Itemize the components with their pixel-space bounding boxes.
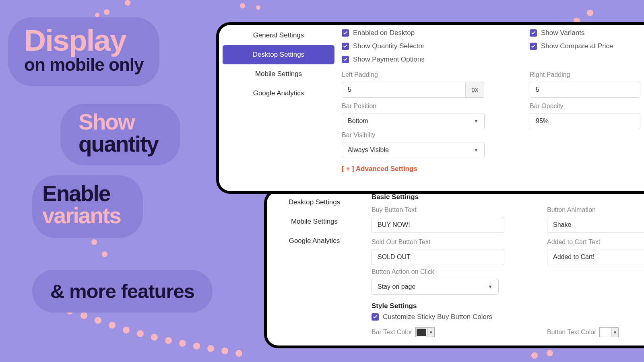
decorative-dot	[240, 3, 245, 8]
check-icon	[373, 315, 378, 319]
nav-mobile-settings[interactable]: Mobile Settings	[220, 64, 337, 84]
settings-panel-basic: Desktop Settings Mobile Settings Google …	[264, 189, 644, 348]
checkbox-show-quantity[interactable]	[342, 43, 349, 50]
decorative-dot	[587, 10, 593, 16]
label-sold-out-text: Sold Out Button Text	[372, 239, 547, 246]
select-bar-visibility[interactable]: Always Visible ▼	[342, 142, 485, 158]
input-left-padding[interactable]: 5	[342, 82, 466, 98]
decorative-dot	[137, 330, 144, 337]
chevron-down-icon: ▼	[427, 328, 434, 337]
checkbox-show-variants[interactable]	[530, 29, 537, 37]
checkbox-customize-colors[interactable]	[372, 313, 379, 321]
chevron-down-icon: ▼	[611, 328, 618, 337]
decorative-dot	[95, 13, 99, 17]
content-area: Enabled on Desktop Show Quantity Selecto…	[342, 25, 644, 173]
decorative-dot	[531, 352, 538, 359]
label-bar-opacity: Bar Opacity	[530, 103, 644, 110]
decorative-dot	[193, 343, 200, 350]
check-icon	[531, 31, 536, 35]
checkbox-label: Show Compare at Price	[541, 42, 613, 50]
section-title-style: Style Settings	[372, 302, 644, 310]
label-button-animation: Button Animation	[547, 206, 644, 214]
label-right-padding: Right Padding	[530, 71, 644, 78]
nav-mobile-settings[interactable]: Mobile Settings	[268, 212, 361, 231]
sidebar: General Settings Desktop Settings Mobile…	[220, 26, 337, 103]
input-sold-out-text[interactable]: SOLD OUT	[372, 249, 504, 265]
chevron-down-icon: ▼	[488, 284, 493, 290]
label-bar-text-color: Bar Text Color	[372, 329, 412, 336]
decorative-dot	[179, 340, 186, 347]
sidebar: Desktop Settings Mobile Settings Google …	[268, 193, 361, 251]
check-icon	[343, 31, 348, 35]
decorative-dot	[151, 334, 158, 341]
input-buy-button-text[interactable]: BUY NOW!	[372, 217, 504, 233]
decorative-dot	[547, 350, 553, 356]
color-picker-button-text[interactable]: ▼	[599, 327, 619, 337]
nav-desktop-settings[interactable]: Desktop Settings	[268, 193, 361, 212]
settings-panel-desktop: General Settings Desktop Settings Mobile…	[216, 22, 644, 194]
check-icon	[343, 57, 348, 62]
chevron-down-icon: ▼	[474, 118, 479, 124]
color-swatch	[416, 328, 427, 337]
checkbox-label: Enabled on Desktop	[353, 29, 415, 37]
select-bar-position[interactable]: Bottom ▼	[342, 113, 485, 129]
label-button-action: Button Action on Click	[372, 268, 644, 276]
label-left-padding: Left Padding	[342, 71, 530, 78]
section-title-basic: Basic Settings	[372, 193, 644, 201]
promo-subtitle: on mobile only	[24, 56, 143, 74]
decorative-dot	[235, 350, 242, 357]
decorative-dot	[80, 312, 87, 319]
decorative-dot	[207, 345, 214, 352]
decorative-dot	[104, 9, 109, 15]
decorative-dot	[95, 317, 101, 324]
link-advanced-settings[interactable]: [ + ] Advanced Settings	[342, 165, 644, 173]
label-added-to-cart-text: Added to Cart Text	[547, 239, 644, 246]
select-button-animation[interactable]: Shake	[547, 217, 644, 233]
label-button-text-color: Button Text Color	[547, 329, 596, 336]
checkbox-label: Show Payment Options	[353, 56, 425, 64]
promo-more-features: & more features	[32, 270, 213, 313]
chevron-down-icon: ▼	[474, 147, 479, 153]
checkbox-label: Show Variants	[541, 29, 584, 37]
promo-text: & more features	[50, 280, 194, 302]
promo-subtitle: quantity	[78, 133, 158, 155]
input-added-to-cart-text[interactable]: Added to Cart!	[547, 249, 644, 265]
unit-label: px	[466, 82, 484, 98]
label-buy-button-text: Buy Button Text	[372, 206, 547, 214]
promo-title: Enable	[42, 183, 121, 205]
decorative-dot	[256, 5, 260, 10]
input-right-padding[interactable]: 5	[530, 82, 640, 98]
promo-enable-variants: Enable variants	[32, 175, 143, 238]
color-swatch	[600, 328, 611, 337]
decorative-dot	[91, 239, 97, 245]
decorative-dot	[221, 348, 228, 354]
decorative-dot	[109, 322, 116, 329]
checkbox-show-compare[interactable]	[530, 43, 537, 50]
nav-desktop-settings[interactable]: Desktop Settings	[223, 45, 334, 64]
color-picker-bar-text[interactable]: ▼	[415, 327, 435, 337]
promo-title: Show	[78, 111, 158, 133]
label-bar-position: Bar Position	[342, 103, 530, 110]
check-icon	[343, 44, 348, 49]
checkbox-show-payment[interactable]	[342, 56, 349, 63]
checkbox-label: Show Quantity Selector	[353, 42, 425, 50]
nav-general-settings[interactable]: General Settings	[220, 26, 337, 45]
promo-show-quantity: Show quantity	[60, 104, 180, 165]
promo-display: Display on mobile only	[8, 17, 159, 86]
promo-subtitle: variants	[42, 205, 121, 227]
input-bar-opacity[interactable]: 95%	[530, 113, 640, 129]
decorative-dot	[123, 327, 130, 333]
decorative-dot	[125, 0, 130, 6]
check-icon	[531, 44, 536, 49]
decorative-dot	[102, 251, 107, 257]
decorative-dot	[165, 337, 172, 344]
nav-google-analytics[interactable]: Google Analytics	[220, 84, 337, 103]
select-button-action[interactable]: Stay on page ▼	[372, 279, 499, 295]
checkbox-label: Customize Sticky Buy Button Colors	[383, 313, 492, 321]
promo-title: Display	[24, 25, 143, 56]
content-area: Basic Settings Buy Button Text BUY NOW! …	[372, 192, 644, 337]
label-bar-visibility: Bar Visibilty	[342, 132, 644, 139]
nav-google-analytics[interactable]: Google Analytics	[268, 231, 361, 251]
checkbox-enabled-desktop[interactable]	[342, 29, 349, 37]
